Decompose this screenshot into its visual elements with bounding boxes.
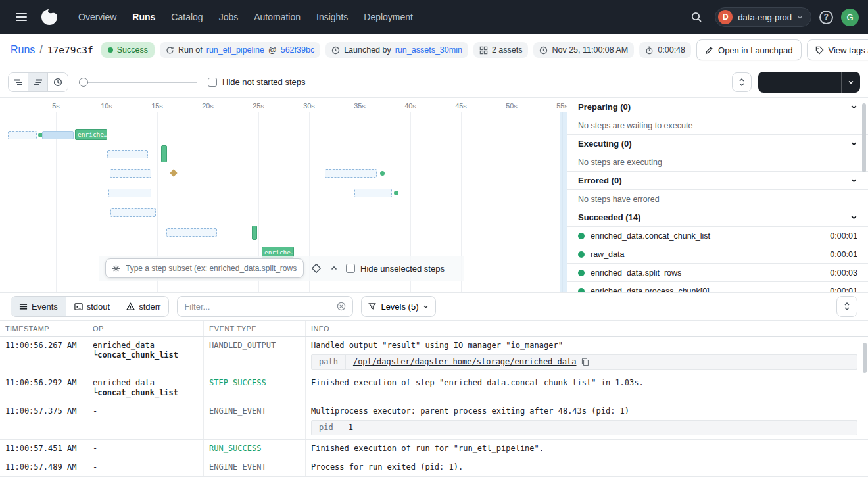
chevron-up-icon[interactable] [329, 263, 339, 274]
panel-scrollbar[interactable] [862, 103, 866, 172]
preparing-empty-state: No steps are waiting to execute [567, 116, 868, 135]
start-time: Nov 25, 11:00:08 AM [552, 45, 628, 55]
gantt-step-bar-dashed[interactable] [108, 189, 151, 197]
gantt-step-bar-green[interactable] [252, 226, 257, 240]
tab-stderr[interactable]: stderr [118, 297, 168, 316]
log-scrollbar[interactable] [863, 343, 867, 373]
schedule-link[interactable]: run_assets_30min [395, 45, 462, 55]
log-panel-resize-button[interactable] [836, 296, 857, 317]
nav-catalog[interactable]: Catalog [164, 7, 210, 27]
gantt-marker-dot [394, 191, 398, 195]
gantt-step-bar-green[interactable]: enriche… [75, 129, 107, 140]
dagster-logo [39, 7, 59, 27]
open-in-launchpad-button[interactable]: Open in Launchpad [696, 39, 801, 60]
gantt-step-bar-dashed[interactable] [325, 169, 377, 178]
executing-empty-state: No steps are executing [567, 153, 868, 172]
succeeded-step-row[interactable]: raw_data 0:00:01 [567, 245, 868, 264]
assets-tag[interactable]: 2 assets [473, 42, 529, 58]
assets-count: 2 assets [492, 45, 523, 55]
nav-runs[interactable]: Runs [125, 7, 162, 27]
menu-icon[interactable] [9, 5, 33, 29]
log-filter-input[interactable] [184, 302, 331, 312]
workspace-switcher[interactable]: D data-eng-prod [715, 7, 811, 27]
reexecute-all-button[interactable]: Re-execute all (*) [758, 72, 860, 93]
step-duration: 0:00:01 [830, 287, 857, 293]
section-succeeded[interactable]: Succeeded (14) [567, 208, 868, 227]
job-link[interactable]: run_etl_pipeline [206, 45, 264, 55]
levels-filter-button[interactable]: Levels (5) [361, 296, 436, 317]
copy-icon[interactable] [581, 358, 589, 366]
event-type: ENGINE_EVENT [204, 458, 306, 476]
graph-selector-icon[interactable] [310, 262, 322, 274]
errored-empty-state: No steps have errored [567, 190, 868, 208]
gantt-axis-label: 30s [303, 102, 315, 110]
run-main: Hide unselected steps 5s10s15s20s25s30s3… [0, 98, 868, 292]
view-waterfall-icon[interactable] [28, 73, 48, 91]
clear-filter-icon[interactable] [337, 302, 346, 311]
step-name: raw_data [591, 250, 824, 259]
workspace-label: data-eng-prod [738, 12, 792, 22]
commit-link[interactable]: 562f39bc [281, 45, 314, 55]
step-subset-input[interactable] [126, 264, 297, 273]
nav-insights[interactable]: Insights [309, 7, 355, 27]
console-icon [74, 302, 83, 311]
event-row[interactable]: 11:00:56.292 AM enriched_data└concat_chu… [0, 374, 868, 402]
succeeded-step-row[interactable]: enriched_data.split_rows 0:00:03 [567, 264, 868, 282]
view-tags-config-label: View tags and config [829, 45, 868, 55]
event-row[interactable]: 11:00:56.267 AM enriched_data└concat_chu… [0, 337, 868, 374]
step-status-panel: Preparing (0) No steps are waiting to ex… [567, 98, 868, 292]
section-executing-title: Executing (0) [578, 139, 632, 149]
gantt-step-bar-dashed[interactable] [8, 131, 37, 139]
nav-deployment[interactable]: Deployment [356, 7, 420, 27]
gantt-step-bar-dashed[interactable] [110, 169, 151, 178]
success-dot-icon [578, 270, 585, 276]
succeeded-step-row[interactable]: enriched_data.concat_chunk_list 0:00:01 [567, 227, 868, 245]
event-row[interactable]: 11:00:57.375 AM - ENGINE_EVENT Multiproc… [0, 402, 868, 440]
event-row[interactable]: 11:00:57.489 AM - ENGINE_EVENT Process f… [0, 458, 868, 477]
event-timestamp: 11:00:57.375 AM [0, 402, 87, 439]
log-panel: Events stdout stderr Levels (5) TIMES [0, 292, 868, 477]
event-timestamp: 11:00:56.267 AM [0, 337, 87, 374]
nav-jobs[interactable]: Jobs [212, 7, 246, 27]
view-timed-icon[interactable] [48, 73, 68, 91]
success-dot-icon [578, 251, 585, 258]
help-icon[interactable]: ? [819, 11, 833, 24]
tab-stdout[interactable]: stdout [66, 297, 118, 316]
zoom-slider-knob[interactable] [79, 78, 88, 87]
gantt-step-bar-dashed[interactable] [166, 228, 217, 237]
search-icon[interactable] [686, 7, 707, 28]
event-info: Handled output "result" using IO manager… [306, 337, 868, 374]
event-info: Process for run exited (pid: 1). [306, 458, 868, 476]
section-errored[interactable]: Errored (0) [567, 172, 868, 190]
event-row[interactable]: 11:00:57.451 AM - RUN_SUCCESS Finished e… [0, 440, 868, 458]
clock-icon [539, 46, 548, 55]
duration-tag: 0:00:48 [639, 42, 691, 58]
section-preparing[interactable]: Preparing (0) [567, 98, 868, 116]
gantt-axis-label: 5s [52, 102, 60, 110]
view-tags-config-button[interactable]: View tags and config [807, 39, 868, 60]
gantt-step-bar-dashed[interactable] [354, 189, 392, 197]
reexecute-caret[interactable] [841, 72, 860, 93]
nav-automation[interactable]: Automation [247, 7, 308, 27]
metadata-path-link[interactable]: /opt/dagster/dagster_home/storage/enrich… [353, 357, 577, 367]
gantt-step-bar-solid[interactable] [42, 131, 74, 139]
view-flat-icon[interactable] [9, 73, 28, 91]
section-executing[interactable]: Executing (0) [567, 135, 868, 153]
tab-events[interactable]: Events [11, 297, 66, 316]
hide-unselected-checkbox[interactable]: Hide unselected steps [346, 264, 445, 274]
nav-overview[interactable]: Overview [71, 7, 124, 27]
gantt-step-bar-dashed[interactable] [107, 150, 148, 158]
funnel-icon [368, 302, 376, 310]
user-avatar[interactable]: G [841, 9, 859, 26]
nav-links: Overview Runs Catalog Jobs Automation In… [71, 7, 420, 27]
hide-not-started-checkbox[interactable]: Hide not started steps [208, 77, 305, 87]
gantt-axis-label: 55s [556, 102, 567, 110]
gantt-marker-dot [380, 171, 385, 176]
succeeded-step-row[interactable]: enriched_data.process_chunk[0] 0:00:01 [567, 282, 868, 292]
gantt-step-bar-green[interactable] [161, 145, 167, 162]
gantt-toolbar: Hide not started steps Re-execute all (*… [0, 66, 868, 98]
breadcrumb-runs-link[interactable]: Runs [11, 44, 35, 56]
gantt-step-bar-dashed[interactable] [110, 208, 156, 217]
event-op: enriched_data└concat_chunk_list [87, 374, 204, 402]
panel-resize-button[interactable] [732, 72, 752, 92]
